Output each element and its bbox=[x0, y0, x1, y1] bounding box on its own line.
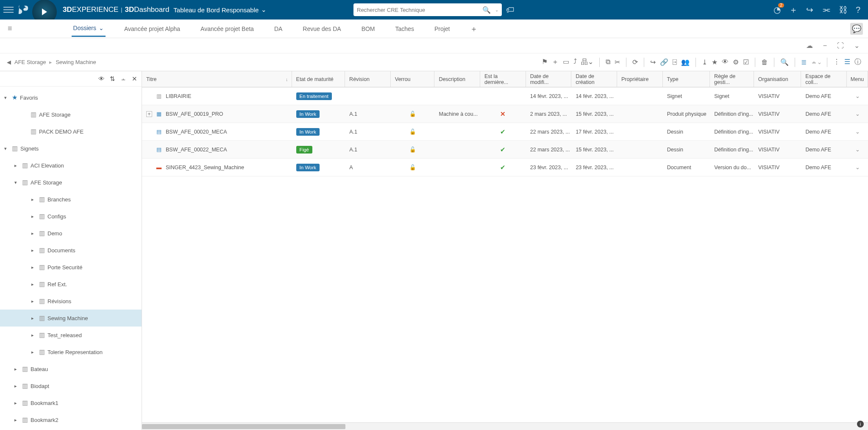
binoculars-icon[interactable]: 👁 bbox=[98, 75, 105, 82]
global-search[interactable]: 🔍 ⌄ bbox=[353, 3, 502, 16]
flag-icon[interactable]: ⚑ bbox=[542, 58, 548, 67]
col-description[interactable]: Description bbox=[434, 71, 480, 87]
col-derniere[interactable]: Est la dernière... bbox=[480, 71, 526, 87]
sidebar-item[interactable]: ▸▥Bookmark1 bbox=[0, 394, 142, 411]
checklist-icon[interactable]: ☑ bbox=[743, 58, 749, 66]
search-scope-dropdown[interactable]: ⌄ bbox=[492, 8, 498, 12]
col-menu[interactable]: Menu bbox=[847, 71, 868, 87]
row-menu-button[interactable]: ⌄ bbox=[855, 93, 860, 99]
tab-avancée-projet-beta[interactable]: Avancée projet Beta bbox=[199, 21, 256, 36]
cloud-icon[interactable]: ☁ bbox=[806, 42, 813, 50]
copy-icon[interactable]: ⧉ bbox=[606, 58, 610, 66]
new-folder-icon[interactable]: ▭ bbox=[563, 58, 569, 67]
chat-icon[interactable]: 💬 bbox=[850, 23, 863, 35]
filter-icon[interactable]: ⫠ bbox=[120, 75, 127, 82]
sidebar-item[interactable]: ▸▥Porte Securité bbox=[0, 259, 142, 276]
col-revision[interactable]: Révision bbox=[345, 71, 391, 87]
minimize-icon[interactable]: − bbox=[823, 42, 827, 50]
user-icon[interactable]: ⛓ bbox=[839, 5, 847, 15]
share-nodes-icon[interactable]: ⫘ bbox=[822, 5, 830, 15]
breadcrumb-item[interactable]: Sewing Machine bbox=[56, 59, 96, 65]
sidebar-item[interactable]: ▸▥Demo bbox=[0, 225, 142, 242]
upload-icon[interactable]: ⤴ bbox=[573, 58, 577, 67]
table-row[interactable]: ▤BSW_AFE_00022_MECAFigéA.1🔓✔22 mars 2023… bbox=[142, 141, 868, 159]
row-menu-button[interactable]: ⌄ bbox=[855, 146, 860, 153]
share-arrow-icon[interactable]: ↪ bbox=[806, 5, 813, 15]
sidebar-item[interactable]: ▥AFE Storage bbox=[0, 106, 142, 123]
delete-icon[interactable]: 🗑 bbox=[761, 59, 768, 66]
filter-dropdown-icon[interactable]: ⫠⌄ bbox=[811, 58, 821, 66]
tab-projet[interactable]: Projet bbox=[433, 21, 452, 36]
breadcrumb-item[interactable]: AFE Storage bbox=[14, 59, 46, 65]
add-tab-button[interactable]: ＋ bbox=[468, 20, 479, 38]
chevron-down-icon[interactable]: ⌄ bbox=[854, 42, 860, 50]
sidebar-item[interactable]: ▥PACK DEMO AFE bbox=[0, 123, 142, 140]
sidebar-item[interactable]: ▸▥Bookmark2 bbox=[0, 411, 142, 428]
search-icon[interactable]: 🔍 bbox=[481, 6, 492, 14]
download-icon[interactable]: ⤓ bbox=[702, 58, 707, 66]
table-row[interactable]: ▥LIBRAIRIEEn traitement14 févr. 2023, ..… bbox=[142, 87, 868, 105]
refresh-icon[interactable]: ⟳ bbox=[632, 58, 638, 66]
col-titre[interactable]: Titre bbox=[142, 71, 292, 87]
table-row[interactable]: +▦BSW_AFE_00019_PROIn WorkA.1🔓Machine à … bbox=[142, 105, 868, 123]
list-view-icon[interactable]: ☰ bbox=[844, 58, 850, 67]
col-verrou[interactable]: Verrou bbox=[391, 71, 435, 87]
sidebar-section-favoris[interactable]: ▾ ★ Favoris bbox=[0, 89, 142, 106]
sidebar-item[interactable]: ▸▥Tolerie Representation bbox=[0, 343, 142, 360]
horizontal-scrollbar[interactable] bbox=[142, 422, 868, 430]
tab-bom[interactable]: BOM bbox=[360, 21, 377, 36]
col-organisation[interactable]: Organisation bbox=[754, 71, 801, 87]
share-icon[interactable]: ↪ bbox=[650, 58, 656, 66]
col-proprietaire[interactable]: Propriétaire bbox=[617, 71, 663, 87]
info-icon[interactable]: ⓘ bbox=[854, 58, 861, 67]
breadcrumb-back-icon[interactable]: ◀ bbox=[7, 59, 11, 65]
tag-icon[interactable]: 🏷 bbox=[506, 5, 515, 15]
sidebar-item[interactable]: ▸▥Bateau bbox=[0, 360, 142, 377]
col-modif[interactable]: Date de modifi... bbox=[526, 71, 572, 87]
row-menu-button[interactable]: ⌄ bbox=[855, 111, 860, 117]
sidebar-item[interactable]: ▸▥Révisions bbox=[0, 293, 142, 310]
search-input[interactable] bbox=[357, 7, 481, 13]
help-icon[interactable]: ? bbox=[856, 5, 860, 15]
star-icon[interactable]: ★ bbox=[712, 58, 718, 66]
close-icon[interactable]: ✕ bbox=[132, 75, 137, 83]
info-fab-icon[interactable]: i bbox=[857, 421, 864, 427]
sidebar-item[interactable]: ▸▥Documents bbox=[0, 242, 142, 259]
sidebar-item[interactable]: ▸▥Test_released bbox=[0, 327, 142, 343]
binoculars-icon[interactable]: 👁 bbox=[722, 58, 729, 66]
plus-icon[interactable]: ＋ bbox=[552, 58, 559, 67]
col-maturite[interactable]: Etat de maturité bbox=[292, 71, 345, 87]
col-type[interactable]: Type bbox=[663, 71, 710, 87]
sidebar-item[interactable]: ▸▥Ref Ext. bbox=[0, 276, 142, 293]
sidebar-item-aci[interactable]: ▸ ▥ ACI Elevation bbox=[0, 157, 142, 174]
view-mode-icon[interactable]: ≣ bbox=[801, 58, 807, 66]
table-row[interactable]: ▬SINGER_4423_Sewing_MachineIn WorkA🔓✔23 … bbox=[142, 159, 868, 176]
col-regle[interactable]: Règle de gesti... bbox=[710, 71, 754, 87]
main-menu-button[interactable] bbox=[3, 5, 14, 15]
table-row[interactable]: ▤BSW_AFE_00020_MECAIn WorkA.1🔓✔22 mars 2… bbox=[142, 123, 868, 141]
expand-icon[interactable]: ⛶ bbox=[837, 42, 844, 50]
col-creation[interactable]: Date de création bbox=[571, 71, 617, 87]
sidebar-item[interactable]: ▸▥Sewing Machine bbox=[0, 310, 142, 327]
dashboard-title-dropdown[interactable]: Tableau de Bord Responsable ⌄ bbox=[173, 6, 267, 14]
settings-sliders-icon[interactable]: ⚙ bbox=[733, 58, 739, 66]
people-icon[interactable]: 👥 bbox=[681, 58, 690, 66]
search-table-icon[interactable]: 🔍 bbox=[780, 58, 789, 66]
row-menu-button[interactable]: ⌄ bbox=[855, 164, 860, 170]
col-espace[interactable]: Espace de coll... bbox=[801, 71, 847, 87]
export-icon[interactable]: ⍈ bbox=[673, 58, 677, 66]
sidebar-item[interactable]: ▸▥Configs bbox=[0, 208, 142, 225]
tab-da[interactable]: DA bbox=[273, 21, 284, 36]
notifications-icon[interactable]: ◔2 bbox=[773, 5, 781, 15]
tab-taches[interactable]: Taches bbox=[394, 21, 416, 36]
tab-revue-des-da[interactable]: Revue des DA bbox=[301, 21, 342, 36]
sidebar-item[interactable]: ▸▥Biodapt bbox=[0, 377, 142, 394]
row-menu-button[interactable]: ⌄ bbox=[855, 128, 860, 135]
more-icon[interactable]: ⋮ bbox=[833, 58, 840, 67]
cut-icon[interactable]: ✂ bbox=[615, 58, 620, 66]
sidebar-item-afe[interactable]: ▾ ▥ AFE Storage bbox=[0, 174, 142, 191]
sidebar-section-signets[interactable]: ▾ ▥ Signets bbox=[0, 140, 142, 157]
add-icon[interactable]: ＋ bbox=[789, 4, 798, 16]
tabs-menu-button[interactable]: ≡ bbox=[8, 24, 12, 33]
structure-icon[interactable]: 品⌄ bbox=[581, 58, 593, 67]
